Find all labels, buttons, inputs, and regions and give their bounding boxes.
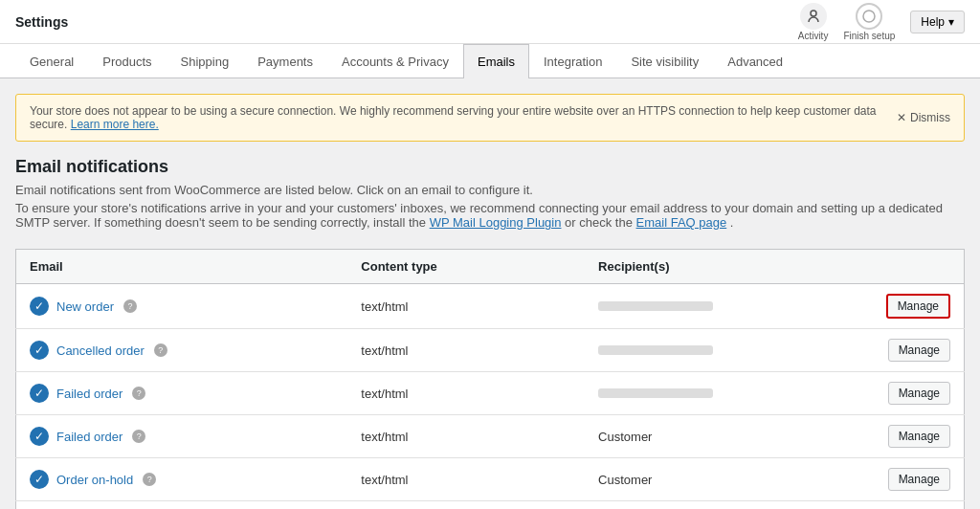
email-help-icon[interactable]: ? — [123, 299, 137, 313]
email-enabled-icon[interactable]: ✓ — [30, 470, 49, 489]
email-name-link[interactable]: Cancelled order — [56, 343, 145, 358]
tab-accounts-privacy[interactable]: Accounts & Privacy — [327, 44, 463, 78]
email-recipient — [585, 329, 850, 372]
email-action-cell: Manage — [851, 329, 965, 372]
section-desc-2: To ensure your store's notifications arr… — [15, 201, 965, 230]
email-recipient — [585, 284, 850, 329]
activity-button[interactable]: Activity — [798, 3, 829, 41]
email-enabled-icon[interactable]: ✓ — [30, 427, 49, 446]
manage-button[interactable]: Manage — [888, 468, 950, 491]
alert-link[interactable]: Learn more here. — [71, 118, 159, 131]
email-recipient: Customer — [585, 501, 850, 510]
recipient-blurred-value — [598, 388, 713, 398]
recipient-blurred-value — [598, 345, 713, 355]
email-table-wrapper: Email Content type Recipient(s) ➤✓New or… — [15, 233, 965, 509]
tab-integration[interactable]: Integration — [529, 44, 616, 78]
email-enabled-icon[interactable]: ✓ — [30, 384, 49, 403]
email-enabled-icon[interactable]: ✓ — [30, 341, 49, 360]
tab-general[interactable]: General — [15, 44, 88, 78]
email-content-type: text/html — [347, 329, 585, 372]
email-recipient: Customer — [585, 415, 850, 458]
email-action-cell: Manage — [851, 415, 965, 458]
email-name-link[interactable]: Failed order — [56, 430, 122, 444]
email-help-icon[interactable]: ? — [132, 430, 145, 443]
close-icon: ✕ — [897, 111, 906, 124]
email-enabled-icon[interactable]: ✓ — [30, 297, 49, 316]
manage-button[interactable]: Manage — [888, 425, 950, 448]
alert-banner: Your store does not appear to be using a… — [15, 94, 965, 142]
email-action-cell: Manage — [851, 284, 965, 329]
dismiss-button[interactable]: ✕ Dismiss — [897, 111, 950, 124]
col-header-recipient: Recipient(s) — [585, 250, 850, 284]
email-content-type: text/html — [347, 458, 585, 501]
table-row: ✓Cancelled order?text/htmlManage — [16, 329, 965, 372]
main-content: Your store does not appear to be using a… — [0, 78, 980, 509]
recipient-blurred-value — [598, 301, 713, 311]
email-recipient — [585, 372, 850, 415]
table-row: ➤✓New order?text/htmlManage — [16, 284, 965, 329]
tab-site-visibility[interactable]: Site visibility — [616, 44, 713, 78]
email-action-cell: Manage — [851, 458, 965, 501]
email-help-icon[interactable]: ? — [154, 343, 167, 357]
email-content-type: text/html — [347, 284, 585, 329]
col-header-content-type: Content type — [347, 250, 585, 284]
finish-setup-label: Finish setup — [843, 31, 895, 41]
alert-text: Your store does not appear to be using a… — [30, 104, 897, 131]
email-name-link[interactable]: Order on-hold — [56, 473, 133, 487]
top-bar: Settings Activity Finish setup Help ▾ — [0, 0, 980, 44]
table-row: ✓Failed order?text/htmlCustomerManage — [16, 415, 965, 458]
email-faq-link[interactable]: Email FAQ page — [636, 215, 727, 230]
email-content-type: text/html — [347, 372, 585, 415]
email-action-cell: Manage — [851, 372, 965, 415]
tab-payments[interactable]: Payments — [243, 44, 327, 78]
tab-emails[interactable]: Emails — [463, 44, 529, 78]
finish-setup-icon — [856, 3, 882, 30]
col-header-action — [851, 250, 965, 284]
page-title: Settings — [15, 14, 68, 30]
table-row: ✓Failed order?text/htmlManage — [16, 372, 965, 415]
email-content-type: text/html — [347, 501, 585, 510]
chevron-down-icon: ▾ — [948, 15, 954, 29]
svg-point-1 — [863, 11, 875, 22]
email-recipient: Customer — [585, 458, 850, 501]
table-header-row: Email Content type Recipient(s) — [16, 250, 965, 284]
activity-icon — [800, 3, 827, 30]
manage-button[interactable]: Manage — [888, 339, 950, 362]
table-row: ✓Processing order?text/htmlCustomerManag… — [16, 501, 965, 510]
section-desc-1: Email notifications sent from WooCommerc… — [15, 183, 965, 197]
tab-shipping[interactable]: Shipping — [167, 44, 244, 78]
settings-tabs: General Products Shipping Payments Accou… — [0, 44, 980, 78]
table-row: ✓Order on-hold?text/htmlCustomerManage — [16, 458, 965, 501]
finish-setup-button[interactable]: Finish setup — [843, 3, 895, 41]
email-name-link[interactable]: Failed order — [56, 387, 122, 401]
email-notifications-table: Email Content type Recipient(s) ➤✓New or… — [15, 249, 965, 509]
email-help-icon[interactable]: ? — [132, 387, 145, 400]
tab-advanced[interactable]: Advanced — [713, 44, 797, 78]
tab-products[interactable]: Products — [88, 44, 166, 78]
wp-mail-logging-link[interactable]: WP Mail Logging Plugin — [430, 215, 562, 230]
svg-point-0 — [811, 11, 816, 16]
email-content-type: text/html — [347, 415, 585, 458]
email-help-icon[interactable]: ? — [143, 473, 156, 486]
email-name-link[interactable]: New order — [56, 299, 114, 314]
manage-button[interactable]: Manage — [888, 382, 950, 405]
top-bar-right: Activity Finish setup Help ▾ — [798, 3, 965, 41]
activity-label: Activity — [798, 31, 829, 41]
section-title: Email notifications — [15, 157, 965, 177]
col-header-email: Email — [16, 250, 348, 284]
top-bar-left: Settings — [15, 14, 68, 30]
manage-button[interactable]: Manage — [886, 294, 950, 319]
help-button[interactable]: Help ▾ — [910, 11, 965, 33]
email-action-cell: Manage — [851, 501, 965, 510]
